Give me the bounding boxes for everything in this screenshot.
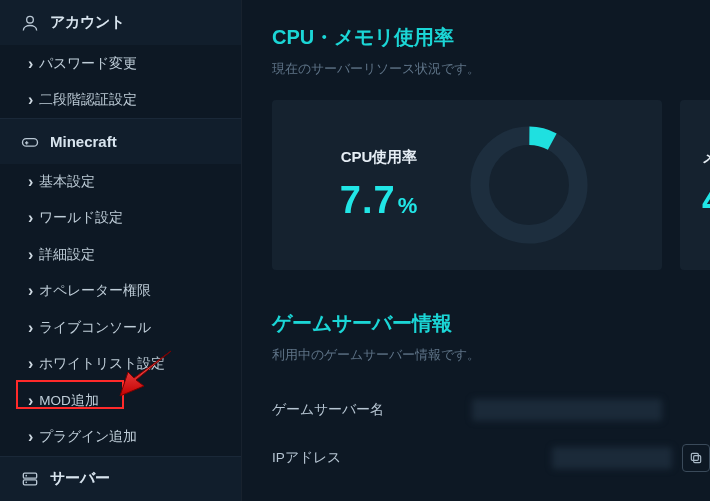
memory-label-peek: メ xyxy=(702,148,710,167)
svg-rect-8 xyxy=(694,456,701,463)
cpu-card: CPU使用率 7.7% xyxy=(272,100,662,270)
gamepad-icon xyxy=(20,132,40,152)
sidebar-item-label: 基本設定 xyxy=(39,173,95,191)
sidebar: アカウント › パスワード変更 › 二段階認証設定 Minecraft ›基本設… xyxy=(0,0,242,501)
sidebar-category-server[interactable]: サーバー xyxy=(0,456,241,501)
cpu-section-subtitle: 現在のサーバーリソース状況です。 xyxy=(272,61,710,78)
sidebar-item-label: オペレーター権限 xyxy=(39,282,151,300)
sidebar-category-label: Minecraft xyxy=(50,133,117,150)
memory-card: メ 4 xyxy=(680,100,710,270)
info-row-ip: IPアドレス xyxy=(272,434,710,482)
cpu-donut-chart xyxy=(464,120,594,250)
svg-rect-1 xyxy=(23,138,38,146)
svg-rect-2 xyxy=(23,473,36,478)
copy-button[interactable] xyxy=(682,444,710,472)
info-value-redacted xyxy=(552,447,672,469)
server-icon xyxy=(20,469,40,489)
info-section-subtitle: 利用中のゲームサーバー情報です。 xyxy=(272,347,710,364)
info-row-server-name: ゲームサーバー名 xyxy=(272,386,710,434)
sidebar-item-label: 二段階認証設定 xyxy=(39,91,137,109)
sidebar-item-label: ワールド設定 xyxy=(39,209,123,227)
sidebar-item-detail[interactable]: ›詳細設定 xyxy=(0,237,241,273)
sidebar-category-account[interactable]: アカウント xyxy=(0,0,241,45)
cpu-value: 7.7% xyxy=(340,179,418,222)
sidebar-item-operator[interactable]: ›オペレーター権限 xyxy=(0,273,241,309)
sidebar-item-label: ライブコンソール xyxy=(39,319,151,337)
copy-icon xyxy=(689,451,703,465)
sidebar-item-label: 詳細設定 xyxy=(39,246,95,264)
svg-point-6 xyxy=(480,136,579,235)
sidebar-item-label: パスワード変更 xyxy=(39,55,137,73)
sidebar-category-label: アカウント xyxy=(50,13,125,32)
cpu-label: CPU使用率 xyxy=(341,148,418,167)
sidebar-item-world[interactable]: ›ワールド設定 xyxy=(0,200,241,236)
sidebar-category-label: サーバー xyxy=(50,469,110,488)
cpu-value-unit: % xyxy=(398,193,419,218)
sidebar-item-basic[interactable]: ›基本設定 xyxy=(0,164,241,200)
svg-point-0 xyxy=(27,16,34,23)
sidebar-item-console[interactable]: ›ライブコンソール xyxy=(0,310,241,346)
info-value-redacted xyxy=(472,399,662,421)
svg-point-5 xyxy=(25,481,27,483)
svg-rect-3 xyxy=(23,480,36,485)
sidebar-item-label: プラグイン追加 xyxy=(39,428,137,446)
info-key: ゲームサーバー名 xyxy=(272,401,472,419)
sidebar-item-label: ホワイトリスト設定 xyxy=(39,355,165,373)
sidebar-item-whitelist[interactable]: ›ホワイトリスト設定 xyxy=(0,346,241,382)
svg-rect-9 xyxy=(691,453,698,460)
info-section-title: ゲームサーバー情報 xyxy=(272,310,710,337)
sidebar-item-label: MOD追加 xyxy=(39,392,99,410)
info-key: IPアドレス xyxy=(272,449,472,467)
sidebar-item-2fa[interactable]: › 二段階認証設定 xyxy=(0,82,241,118)
resource-cards: CPU使用率 7.7% メ 4 xyxy=(272,100,710,270)
sidebar-item-plugin[interactable]: ›プラグイン追加 xyxy=(0,419,241,455)
cpu-value-number: 7.7 xyxy=(340,179,396,221)
sidebar-category-minecraft[interactable]: Minecraft xyxy=(0,118,241,163)
sidebar-item-mod[interactable]: ›MOD追加 xyxy=(0,383,241,419)
sidebar-item-password[interactable]: › パスワード変更 xyxy=(0,45,241,81)
memory-value-peek: 4 xyxy=(702,179,710,222)
svg-point-4 xyxy=(25,475,27,477)
main-content: CPU・メモリ使用率 現在のサーバーリソース状況です。 CPU使用率 7.7% … xyxy=(242,0,710,501)
user-icon xyxy=(20,13,40,33)
cpu-section-title: CPU・メモリ使用率 xyxy=(272,24,710,51)
